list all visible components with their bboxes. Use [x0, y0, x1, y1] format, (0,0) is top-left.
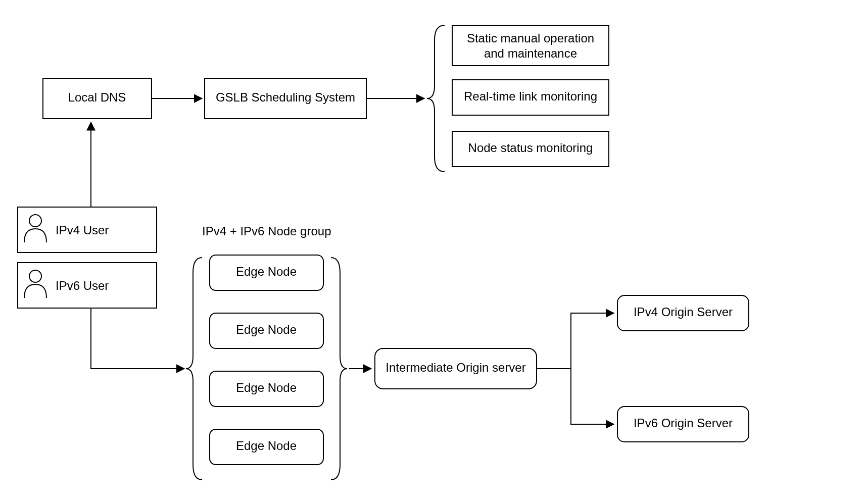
feature-node-label: Node status monitoring [468, 141, 593, 155]
ipv4-user-label: IPv4 User [56, 223, 109, 237]
edge-node-1: Edge Node [210, 255, 323, 290]
edge-node-3: Edge Node [210, 371, 323, 407]
feature-static-box: Static manual operation and maintenance [452, 25, 609, 66]
edge-node-label: Edge Node [236, 323, 297, 336]
ipv6-origin-label: IPv6 Origin Server [634, 416, 733, 430]
node-group-title: IPv4 + IPv6 Node group [202, 224, 331, 238]
gslb-box: GSLB Scheduling System [205, 78, 366, 119]
ipv6-user-label: IPv6 User [56, 279, 109, 292]
brace-edge-left [186, 258, 202, 480]
local-dns-box: Local DNS [43, 78, 152, 119]
feature-node-box: Node status monitoring [452, 131, 609, 167]
brace-features [427, 25, 445, 172]
arrow-intermediate-to-v4 [571, 313, 614, 369]
local-dns-label: Local DNS [68, 90, 126, 104]
edge-node-label: Edge Node [236, 381, 297, 394]
arrow-user-to-edge [91, 308, 184, 369]
edge-node-label: Edge Node [236, 265, 297, 278]
ipv6-origin-box: IPv6 Origin Server [617, 407, 749, 442]
edge-node-2: Edge Node [210, 313, 323, 348]
arrow-intermediate-to-v6 [571, 369, 614, 424]
ipv4-origin-box: IPv4 Origin Server [617, 295, 749, 331]
edge-node-4: Edge Node [210, 429, 323, 465]
ipv4-origin-label: IPv4 Origin Server [634, 305, 733, 319]
architecture-diagram: Local DNS GSLB Scheduling System Static … [0, 0, 866, 504]
edge-node-label: Edge Node [236, 439, 297, 452]
intermediate-origin-box: Intermediate Origin server [375, 348, 537, 389]
feature-static-line2: and maintenance [484, 46, 577, 60]
brace-edge-right [331, 258, 347, 480]
feature-link-box: Real-time link monitoring [452, 80, 609, 115]
feature-static-line1: Static manual operation [467, 31, 594, 45]
gslb-label: GSLB Scheduling System [216, 90, 355, 104]
feature-link-label: Real-time link monitoring [464, 89, 597, 103]
intermediate-origin-label: Intermediate Origin server [386, 361, 525, 374]
ipv6-user-box: IPv6 User [18, 263, 157, 308]
ipv4-user-box: IPv4 User [18, 207, 157, 253]
